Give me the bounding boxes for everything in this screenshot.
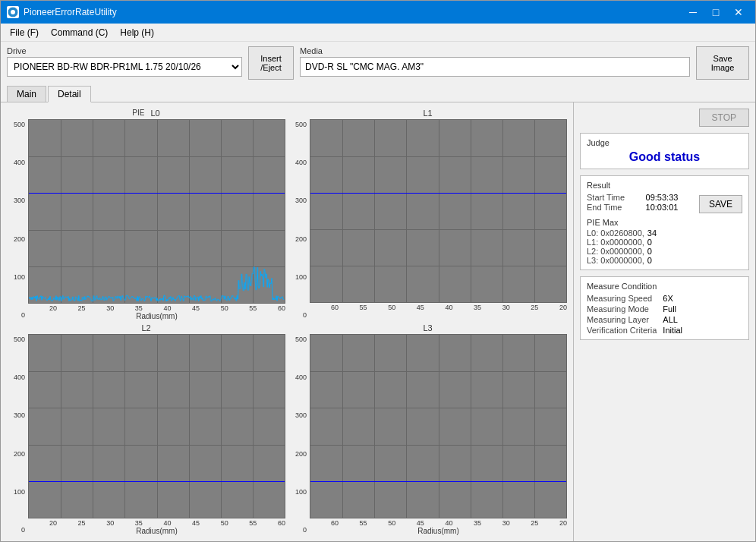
chart-L3-title: L3	[423, 323, 432, 332]
measure-speed-val: 6X	[663, 294, 742, 303]
tab-detail[interactable]: Detail	[48, 86, 91, 102]
pie-max-L3: L3: 0x0000000, 0	[587, 256, 742, 265]
chart-L2-title: L2	[141, 323, 150, 332]
minimize-button[interactable]: ─	[682, 5, 704, 20]
window-title: PioneerErrorRateUtility	[24, 7, 682, 17]
measure-grid: Measuring Speed 6X Measuring Mode Full M…	[587, 294, 742, 335]
tab-bar: Main Detail	[1, 84, 755, 102]
save-button[interactable]: SAVE	[699, 195, 742, 213]
measure-layer-val: ALL	[663, 315, 742, 324]
media-label: Media	[300, 46, 690, 55]
chart-L1-yaxis: 500 400 300 200 100 0	[288, 119, 310, 320]
toolbar: Drive PIONEER BD-RW BDR-PR1ML 1.75 20/10…	[1, 42, 755, 84]
chart-L1-wrapper: 500 400 300 200 100 0	[288, 119, 567, 320]
start-time-val: 09:53:33	[646, 193, 693, 202]
chart-L2-yaxis: 500 400 300 200 100 0	[7, 334, 28, 535]
menu-command[interactable]: Command (C)	[45, 26, 114, 39]
pie-max-L1-key: L1: 0x0000000,	[587, 238, 644, 247]
svg-point-1	[11, 10, 15, 14]
menu-bar: File (F) Command (C) Help (H)	[1, 24, 755, 42]
judge-section: Judge Good status	[580, 133, 749, 169]
chart-L3-xlabel: Radius(mm)	[310, 527, 567, 535]
pie-max-L2-key: L2: 0x0000000,	[587, 247, 644, 256]
charts-area: PIE L0 500 400 300 200 100 0	[1, 102, 573, 541]
chart-L2: L2 500 400 300 200 100 0	[7, 323, 285, 535]
pie-max-title: PIE Max	[587, 218, 742, 227]
drive-select[interactable]: PIONEER BD-RW BDR-PR1ML 1.75 20/10/26	[7, 57, 242, 77]
pie-max-L0-val: 34	[647, 228, 657, 238]
chart-L1-xaxis: 60 55 50 45 40 35 30 25 20	[310, 303, 567, 311]
chart-L0-yaxis: 500 400 300 200 100 0	[7, 119, 28, 320]
chart-L0: PIE L0 500 400 300 200 100 0	[7, 109, 285, 320]
chart-L2-wrapper: 500 400 300 200 100 0	[7, 334, 285, 535]
measure-title: Measure Condition	[587, 282, 742, 291]
pie-max-L0: L0: 0x0260800, 34	[587, 228, 742, 238]
chart-L1-title: L1	[423, 109, 432, 118]
end-time-key: End Time	[587, 203, 640, 212]
insert-eject-button[interactable]: Insert /Eject	[248, 46, 294, 80]
chart-L0-inner	[28, 119, 285, 304]
menu-file[interactable]: File (F)	[4, 26, 45, 39]
pie-max-L3-key: L3: 0x0000000,	[587, 256, 644, 265]
chart-L2-inner	[28, 334, 285, 518]
measure-section: Measure Condition Measuring Speed 6X Mea…	[580, 276, 749, 340]
stop-button[interactable]: STOP	[699, 109, 749, 127]
chart-L0-xlabel: Radius(mm)	[28, 312, 285, 320]
drive-section: Drive PIONEER BD-RW BDR-PR1ML 1.75 20/10…	[7, 46, 242, 80]
main-window: PioneerErrorRateUtility ─ □ ✕ File (F) C…	[0, 0, 756, 542]
pie-label: PIE	[132, 109, 144, 117]
chart-L1-inner	[310, 119, 567, 303]
tab-main[interactable]: Main	[7, 86, 46, 102]
maximize-button[interactable]: □	[705, 5, 726, 20]
menu-help[interactable]: Help (H)	[114, 26, 160, 39]
result-title: Result	[587, 181, 742, 190]
pie-max-L1-val: 0	[647, 238, 652, 247]
content-area: PIE L0 500 400 300 200 100 0	[1, 102, 755, 541]
close-button[interactable]: ✕	[728, 5, 749, 20]
measure-criteria-val: Initial	[663, 326, 742, 335]
chart-L3-xaxis: 60 55 50 45 40 35 30 25 20	[310, 518, 567, 527]
measure-criteria-key: Verification Criteria	[587, 326, 657, 335]
chart-L3-wrapper: 500 400 300 200 100 0	[288, 334, 567, 535]
app-icon	[7, 6, 19, 18]
chart-L1: L1 500 400 300 200 100 0	[288, 109, 567, 320]
pie-max-section: PIE Max L0: 0x0260800, 34 L1: 0x0000000,…	[587, 218, 742, 265]
media-value: DVD-R SL "CMC MAG. AM3"	[300, 57, 690, 77]
sidebar: STOP Judge Good status Result Start Time…	[573, 102, 755, 541]
media-section: Media DVD-R SL "CMC MAG. AM3"	[300, 46, 690, 80]
pie-max-L2-val: 0	[647, 247, 652, 256]
chart-L2-xaxis: 20 25 30 35 40 45 50 55 60	[28, 518, 285, 527]
measure-mode-val: Full	[663, 304, 742, 314]
measure-layer-key: Measuring Layer	[587, 315, 657, 324]
chart-L3-yaxis: 500 400 300 200 100 0	[288, 334, 310, 535]
drive-label: Drive	[7, 46, 242, 55]
save-image-button[interactable]: Save Image	[696, 46, 749, 80]
chart-L3-inner	[310, 334, 567, 518]
end-time-val: 10:03:01	[646, 203, 693, 212]
chart-L2-xlabel: Radius(mm)	[28, 527, 285, 535]
judge-label: Judge	[587, 138, 742, 147]
pie-max-L1: L1: 0x0000000, 0	[587, 238, 742, 247]
chart-L0-xaxis: 20 25 30 35 40 45 50 55 60	[28, 304, 285, 312]
pie-max-L0-key: L0: 0x0260800,	[587, 228, 644, 238]
title-bar: PioneerErrorRateUtility ─ □ ✕	[1, 1, 755, 24]
result-section: Result Start Time 09:53:33 End Time 10:0…	[580, 175, 749, 270]
window-controls: ─ □ ✕	[682, 5, 749, 20]
chart-L0-title: PIE L0	[132, 109, 159, 118]
start-time-key: Start Time	[587, 193, 640, 202]
judge-status: Good status	[587, 150, 742, 164]
pie-max-L3-val: 0	[647, 256, 652, 265]
pie-max-L2: L2: 0x0000000, 0	[587, 247, 742, 256]
measure-speed-key: Measuring Speed	[587, 294, 657, 303]
measure-mode-key: Measuring Mode	[587, 304, 657, 314]
chart-L3: L3 500 400 300 200 100 0	[288, 323, 567, 535]
chart-L0-wrapper: 500 400 300 200 100 0	[7, 119, 285, 320]
